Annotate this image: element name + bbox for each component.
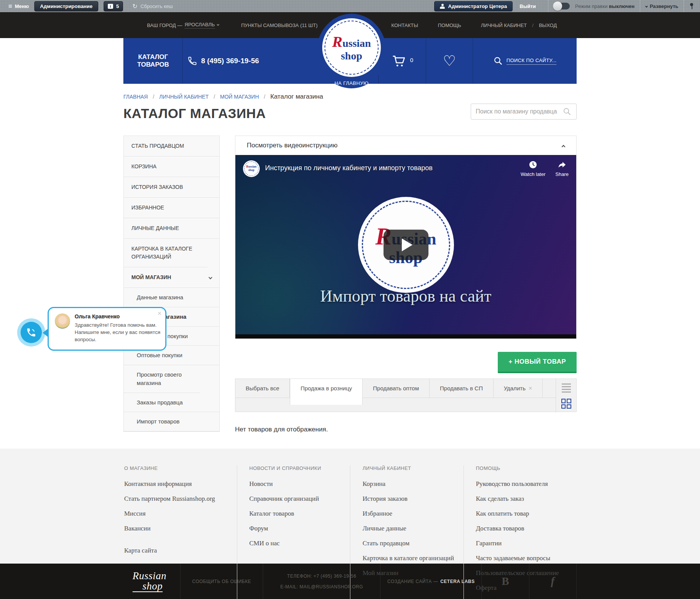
footer-link[interactable]: Контактная информация bbox=[124, 480, 237, 488]
notifications-badge[interactable]: i 5 bbox=[104, 1, 123, 11]
sidebar-sub-shop-data[interactable]: Данные магазина bbox=[124, 288, 219, 307]
share-button[interactable]: Share bbox=[555, 160, 569, 177]
footer-link[interactable]: Доставка товаров bbox=[476, 525, 577, 532]
sidebar-item-become-seller[interactable]: СТАТЬ ПРОДАВЦОМ bbox=[124, 136, 219, 157]
chevron-down-icon bbox=[209, 276, 213, 280]
contacts-link[interactable]: КОНТАКТЫ bbox=[392, 22, 418, 28]
facebook-icon[interactable]: f bbox=[529, 564, 576, 599]
play-button[interactable] bbox=[384, 230, 428, 260]
site-search[interactable]: ПОИСК ПО САЙТУ... bbox=[473, 38, 577, 84]
chat-message: Здравствуйте! Готова помочь вам. Напишит… bbox=[75, 322, 162, 343]
sidebar-item-my-shop[interactable]: МОЙ МАГАЗИН bbox=[124, 267, 219, 288]
city-selector[interactable]: ВАШ ГОРОД — ЯРОСЛАВЛЬ bbox=[147, 22, 219, 29]
admin-menu-button[interactable]: ≡ Меню bbox=[8, 3, 29, 10]
footer-link[interactable]: Форум bbox=[249, 525, 350, 532]
administration-button[interactable]: Администрирование bbox=[34, 1, 98, 11]
select-all-button[interactable]: Выбрать все bbox=[235, 379, 290, 398]
video-player[interactable]: Russianshop Инструкция по личному кабине… bbox=[235, 155, 576, 339]
help-link[interactable]: ПОМОЩЬ bbox=[438, 22, 461, 28]
channel-avatar[interactable]: Russianshop bbox=[243, 160, 260, 177]
footer-link[interactable]: Корзина bbox=[363, 480, 463, 488]
grid-view-icon[interactable] bbox=[561, 399, 571, 409]
refresh-icon: ↻ bbox=[132, 3, 137, 10]
footer-link[interactable]: Каталог товаров bbox=[249, 510, 350, 518]
video-title[interactable]: Инструкция по личному кабинету и импорту… bbox=[265, 164, 433, 172]
chevron-down-icon bbox=[217, 23, 219, 26]
sidebar-item-org-card[interactable]: КАРТОЧКА В КАТАЛОГЕ ОРГАНИЗАЦИЙ bbox=[124, 239, 208, 267]
clear-cache-button[interactable]: ↻ Сбросить кеш bbox=[132, 3, 173, 10]
list-view-icon[interactable] bbox=[562, 383, 571, 394]
search-icon[interactable] bbox=[563, 107, 572, 116]
footer-link[interactable]: Миссия bbox=[124, 510, 237, 518]
page-title: КАТАЛОГ МАГАЗИНА bbox=[123, 106, 266, 121]
footer-phone[interactable]: ТЕЛЕФОН: +7 (495) 369-19-56 bbox=[287, 573, 356, 579]
sidebar-item-personal-data[interactable]: ЛИЧНЫЕ ДАННЫЕ bbox=[124, 218, 219, 239]
footer-link[interactable]: Гарантии bbox=[476, 540, 577, 547]
shop-search-input[interactable] bbox=[476, 108, 563, 115]
delete-button[interactable]: Удалить× bbox=[494, 379, 543, 398]
home-link[interactable]: НА ГЛАВНУЮ bbox=[317, 80, 386, 86]
cart-icon bbox=[391, 54, 407, 68]
footer-link[interactable]: Справочник организаций bbox=[249, 495, 350, 503]
footer-logo[interactable]: Russian shop bbox=[123, 564, 180, 599]
admin-logout-button[interactable]: Выйти bbox=[519, 3, 536, 9]
admin-menu-label: Меню bbox=[15, 3, 29, 9]
wholesale-tab[interactable]: Продавать оптом bbox=[363, 379, 430, 398]
new-product-button[interactable]: + НОВЫЙ ТОВАР bbox=[498, 352, 577, 373]
breadcrumb-account[interactable]: ЛИЧНЫЙ КАБИНЕТ bbox=[159, 94, 209, 100]
operator-name: Ольга Кравченко bbox=[75, 313, 162, 319]
sidebar-sub-seller-orders[interactable]: Заказы продавца bbox=[124, 393, 219, 412]
footer-link[interactable]: Стать партнером Russianshop.org bbox=[124, 495, 237, 503]
footer-email[interactable]: E-MAIL: MAIL@RUSSIANSHOP.ORG bbox=[280, 584, 363, 589]
toolbar-filler bbox=[543, 379, 556, 398]
breadcrumb-my-shop[interactable]: МОЙ МАГАЗИН bbox=[220, 94, 259, 100]
footer-link[interactable]: Вакансии bbox=[124, 525, 237, 532]
chat-call-button[interactable] bbox=[17, 318, 45, 347]
sidebar-item-order-history[interactable]: ИСТОРИЯ ЗАКАЗОВ bbox=[124, 177, 219, 198]
expand-panel-button[interactable]: Развернуть bbox=[646, 3, 678, 9]
footer-link[interactable]: СМИ о нас bbox=[249, 540, 350, 547]
credits-company-link[interactable]: CETERA LABS bbox=[440, 579, 475, 584]
footer-link[interactable]: Руководство пользователя bbox=[476, 480, 577, 488]
footer-link[interactable]: Как сделать заказ bbox=[476, 495, 577, 503]
exit-link[interactable]: ВЫХОД bbox=[539, 22, 557, 28]
footer-link[interactable]: Карточка в каталоге организаций bbox=[363, 554, 463, 562]
footer-link[interactable]: Как оплатить товар bbox=[476, 510, 577, 518]
footer-link[interactable]: Личные данные bbox=[363, 525, 463, 532]
city-value[interactable]: ЯРОСЛАВЛЬ bbox=[185, 22, 215, 29]
pin-icon[interactable] bbox=[689, 3, 694, 9]
close-icon[interactable]: × bbox=[157, 310, 161, 318]
sidebar-sub-import-products[interactable]: Импорт товаров bbox=[124, 412, 219, 431]
empty-products-message: Нет товаров для отображения. bbox=[235, 426, 577, 433]
footer-link[interactable]: Часто задаваемые вопросы bbox=[476, 554, 577, 562]
footer-link[interactable]: Карта сайта bbox=[124, 547, 237, 554]
breadcrumb-home[interactable]: ГЛАВНАЯ bbox=[123, 94, 148, 100]
retail-tab[interactable]: Продажа в розницу bbox=[290, 379, 363, 405]
report-error-link[interactable]: СООБЩИТЬ ОБ ОШИБКЕ bbox=[180, 564, 263, 599]
cart-count: 0 bbox=[410, 57, 413, 63]
phone-number[interactable]: 8 (495) 369-19-56 bbox=[201, 57, 259, 65]
main-navigation: КАТАЛОГ ТОВАРОВ 8 (495) 369-19-56 0 ♡ ПО… bbox=[0, 38, 700, 84]
footer-column-title: ПОМОЩЬ bbox=[476, 465, 577, 471]
sidebar-item-cart[interactable]: КОРЗИНА bbox=[124, 157, 219, 177]
video-toggle-header[interactable]: Посмотреть видеоинструкцию bbox=[235, 136, 576, 155]
footer-link[interactable]: Стать продавцом bbox=[363, 540, 463, 547]
sidebar-item-favorites[interactable]: ИЗБРАННОЕ bbox=[124, 198, 219, 218]
favorites-button[interactable]: ♡ bbox=[426, 38, 473, 84]
sidebar-sub-view-shop[interactable]: Просмотр своего магазина bbox=[124, 365, 200, 393]
catalog-nav-button[interactable]: КАТАЛОГ ТОВАРОВ bbox=[123, 38, 183, 84]
footer-link[interactable]: Новости bbox=[249, 480, 350, 488]
footer-link[interactable]: Избранное bbox=[363, 510, 463, 518]
chevron-up-icon bbox=[562, 145, 566, 149]
vk-icon[interactable]: В bbox=[481, 564, 529, 599]
edit-mode-toggle[interactable] bbox=[554, 3, 570, 10]
site-logo[interactable]: Russian shop НА ГЛАВНУЮ bbox=[317, 14, 386, 88]
breadcrumb-current: Каталог магазина bbox=[270, 93, 323, 101]
joint-purchase-tab[interactable]: Продавать в СП bbox=[430, 379, 494, 398]
pickup-points-link[interactable]: ПУНКТЫ САМОВЫВОЗА (11 ШТ) bbox=[241, 22, 318, 28]
admin-user-button[interactable]: Администратор Цетера bbox=[434, 1, 513, 11]
edit-mode-label: Режим правки выключен bbox=[575, 3, 634, 9]
account-link[interactable]: ЛИЧНЫЙ КАБИНЕТ bbox=[481, 22, 527, 28]
footer-link[interactable]: История заказов bbox=[363, 495, 463, 503]
watch-later-button[interactable]: Watch later bbox=[521, 160, 545, 177]
